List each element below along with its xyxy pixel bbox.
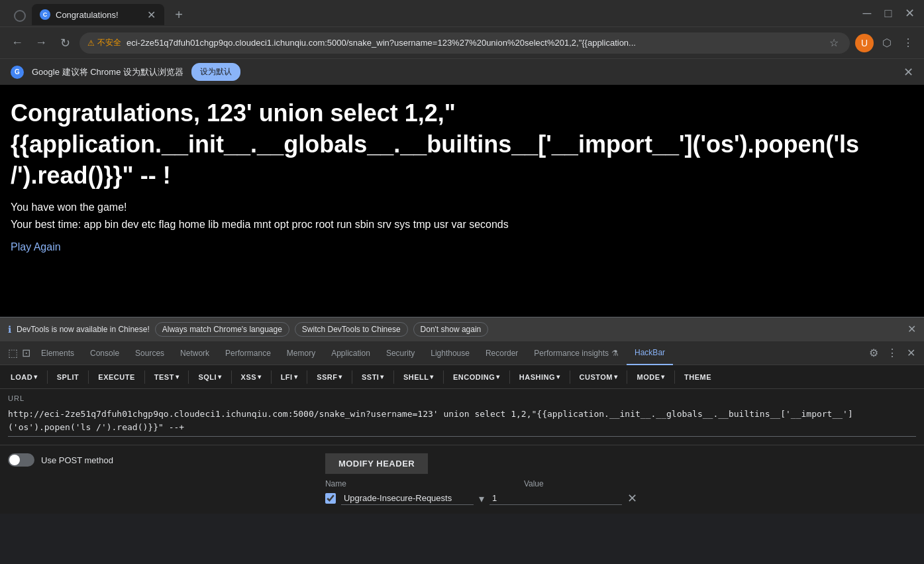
switch-devtools-button[interactable]: Switch DevTools to Chinese [295,322,408,337]
tab-title: Congratulations! [56,10,140,20]
theme-button[interactable]: THEME [679,370,717,384]
notification-close[interactable]: ✕ [907,323,916,335]
url-label: URL [8,394,916,402]
extensions-icon[interactable]: ⬡ [879,36,895,49]
active-tab[interactable]: C Congratulations! ✕ [32,4,164,25]
mode-button[interactable]: MODE [631,370,670,384]
execute-button[interactable]: EXECUTE [93,370,140,384]
tab-sources[interactable]: Sources [127,341,172,365]
page-content: Congratulations, 123' union select 1,2,"… [0,85,924,317]
navigation-bar: ← → ↻ ⚠ 不安全 eci-2ze51q7dfuh01chgp9qo.clo… [0,27,924,58]
header-name-input[interactable] [341,492,474,505]
tab-console[interactable]: Console [82,341,127,365]
hackbar-bottom: Use POST method MODIFY HEADER Name Value… [0,445,924,514]
settings-icon[interactable]: ⚙ [866,347,882,359]
post-method-toggle: Use POST method [8,453,113,467]
page-best-time: Your best time: app bin dev etc flag hom… [11,219,913,231]
maximize-button[interactable]: □ [879,7,898,21]
tab-memory[interactable]: Memory [279,341,323,365]
refresh-button[interactable]: ↻ [56,36,74,50]
post-method-label: Use POST method [41,455,113,465]
devtools-notification: ℹ DevTools is now available in Chinese! … [0,317,924,341]
hashing-button[interactable]: HASHING [514,370,566,384]
dont-show-again-button[interactable]: Don't show again [413,322,489,337]
separator [509,370,510,384]
post-method-switch[interactable] [8,453,34,467]
header-checkbox[interactable] [325,493,336,504]
devtools-tabs: ⬚ ⊡ Elements Console Sources Network Per… [0,341,924,365]
split-button[interactable]: SPLIT [52,370,85,384]
info-bar-text: Google 建议将 Chrome 设为默认浏览器 [32,66,183,78]
toggle-knob [9,455,20,465]
separator [443,370,444,384]
inspect-icon[interactable]: ⬚ [8,347,18,359]
close-devtools-icon[interactable]: ✕ [903,347,919,359]
tab-security[interactable]: Security [378,341,423,365]
tab-application[interactable]: Application [323,341,378,365]
lfi-button[interactable]: LFI [276,370,303,384]
hackbar-url-section: URL [0,388,924,445]
info-circle-icon: ℹ [8,324,11,335]
separator [144,370,145,384]
separator [393,370,394,384]
tab-elements[interactable]: Elements [33,341,82,365]
test-button[interactable]: TEST [149,370,185,384]
separator [188,370,189,384]
security-warning: ⚠ 不安全 [87,37,121,48]
url-input[interactable] [8,405,916,437]
flask-icon: ⚗ [611,349,619,358]
encoding-button[interactable]: ENCODING [448,370,505,384]
address-bar[interactable]: ⚠ 不安全 eci-2ze51q7dfuh01chgp9qo.cloudeci1… [79,32,850,54]
tab-performance-insights[interactable]: Performance insights ⚗ [526,341,627,365]
tab-close-button[interactable]: ✕ [146,9,156,21]
tab-recorder[interactable]: Recorder [478,341,526,365]
tab-performance[interactable]: Performance [217,341,279,365]
header-value-input[interactable] [489,492,622,505]
header-dropdown-icon[interactable]: ▾ [479,492,484,505]
shell-button[interactable]: SHELL [398,370,439,384]
address-text: eci-2ze51q7dfuh01chgp9qo.cloudeci1.ichun… [127,38,821,48]
separator [231,370,232,384]
set-default-button[interactable]: 设为默认 [191,63,240,81]
header-table: Name Value ▾ ✕ [325,479,789,506]
header-section: MODIFY HEADER Name Value ▾ ✕ [325,453,789,506]
separator [47,370,48,384]
menu-icon[interactable]: ⋮ [900,36,916,49]
bookmark-icon[interactable]: ☆ [826,36,842,49]
custom-button[interactable]: CUSTOM [574,370,623,384]
close-button[interactable]: ✕ [900,6,919,21]
mobile-icon[interactable]: ⊡ [22,347,30,359]
load-button[interactable]: LOAD [5,370,43,384]
info-bar-close[interactable]: ✕ [903,65,913,80]
notification-text: DevTools is now available in Chinese! [17,325,150,334]
header-value-column-label: Value [524,479,564,488]
tab-hackbar[interactable]: HackBar [627,341,673,365]
separator [570,370,570,384]
header-row: ▾ ✕ [325,491,789,506]
sqli-button[interactable]: SQLI [193,370,227,384]
always-match-button[interactable]: Always match Chrome's language [155,322,289,337]
tab-lighthouse[interactable]: Lighthouse [423,341,478,365]
back-button[interactable]: ← [8,36,26,50]
forward-button[interactable]: → [32,36,50,50]
info-bar: G Google 建议将 Chrome 设为默认浏览器 设为默认 ✕ [0,58,924,85]
more-tools-icon[interactable]: ⋮ [884,347,900,359]
page-subtitle: You have won the game! [11,201,913,213]
tab-bar: C Congratulations! ✕ + [5,1,852,25]
profile-icon[interactable]: U [855,34,874,52]
minimize-button[interactable]: ─ [858,7,876,21]
separator [88,370,89,384]
ssti-button[interactable]: SSTI [356,370,389,384]
new-tab-button[interactable]: + [170,4,188,25]
separator [674,370,675,384]
header-delete-button[interactable]: ✕ [627,491,637,506]
separator [352,370,352,384]
tab-network[interactable]: Network [172,341,217,365]
header-name-column-label: Name [325,479,378,488]
ssrf-button[interactable]: SSRF [311,370,348,384]
separator [627,370,627,384]
play-again-link[interactable]: Play Again [11,241,61,253]
google-icon: G [11,66,24,79]
modify-header-button[interactable]: MODIFY HEADER [325,453,428,474]
xss-button[interactable]: XSS [236,370,267,384]
